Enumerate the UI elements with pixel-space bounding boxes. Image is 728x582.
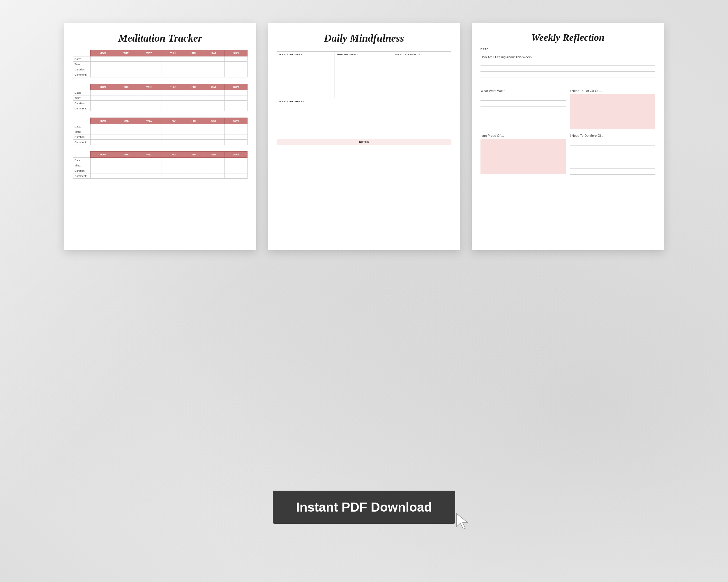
feeling-line-2 <box>480 66 655 72</box>
col-sat-3: SAT <box>203 118 225 124</box>
reflection-grid-top: What Went Well? I Need To Let Go Of ... <box>480 89 655 129</box>
do-more-line-3 <box>570 152 655 157</box>
meditation-title-text: Meditation Tracker <box>118 32 202 44</box>
col-mon-1: MON <box>90 50 115 56</box>
tracker-section-4: MON TUE WED THU FRI SAT SUN Date: Time: … <box>73 151 248 179</box>
col-wed-2: WED <box>137 84 162 90</box>
col-wed-4: WED <box>137 151 162 158</box>
col-fri-1: FRI <box>184 50 203 56</box>
comment-label-2: Comment: <box>73 106 90 111</box>
feeling-line-4 <box>480 78 655 83</box>
feeling-lines <box>480 60 655 83</box>
went-well-line-2 <box>480 101 566 107</box>
reflection-title: Weekly Reflection <box>480 32 655 43</box>
do-more-line-5 <box>570 164 655 169</box>
went-well-line-5 <box>480 119 566 124</box>
meditation-tracker-page: Meditation Tracker MON TUE WED THU FRI S… <box>64 23 256 250</box>
col-wed-1: WED <box>137 50 162 56</box>
time-label-4: Time: <box>73 163 90 168</box>
feel-box: HOW DO I FEEL? <box>335 52 393 98</box>
reflection-grid-bottom: I am Proud Of ... I Need To Do More Of .… <box>480 134 655 175</box>
download-button-label: Instant PDF Download <box>296 500 432 514</box>
col-sun-3: SUN <box>225 118 248 124</box>
time-label-2: Time: <box>73 95 90 101</box>
do-more-label: I Need To Do More Of ... <box>570 134 655 137</box>
comment-label: Comment: <box>73 72 90 77</box>
mindfulness-title-text: Daily Mindfulness <box>324 32 404 44</box>
col-mon-2: MON <box>90 84 115 90</box>
do-more-lines <box>570 139 655 175</box>
download-button[interactable]: Instant PDF Download <box>273 491 456 524</box>
do-more-cell: I Need To Do More Of ... <box>570 134 655 175</box>
duration-label-2: Duration: <box>73 101 90 106</box>
col-thu-2: THU <box>162 84 184 90</box>
hear-label: WHAT CAN I HEAR? <box>279 100 449 103</box>
col-sat-2: SAT <box>203 84 225 90</box>
went-well-line-3 <box>480 107 566 112</box>
cursor-icon <box>455 512 470 530</box>
do-more-line-2 <box>570 146 655 151</box>
notes-header: NOTES <box>277 139 451 145</box>
svg-marker-0 <box>457 514 467 529</box>
col-mon-4: MON <box>90 151 115 158</box>
meditation-title: Meditation Tracker <box>73 32 248 44</box>
smell-label: WHAT DO I SMELL? <box>395 53 449 56</box>
went-well-lines <box>480 94 566 124</box>
date-label-field: DATE <box>480 48 655 51</box>
let-go-cell: I Need To Let Go Of ... <box>570 89 655 129</box>
notes-body <box>277 145 451 183</box>
reflection-title-text: Weekly Reflection <box>531 32 604 43</box>
do-more-line-4 <box>570 158 655 163</box>
col-tue-4: TUE <box>115 151 137 158</box>
mindfulness-top-row: WHAT CAN I SEE? HOW DO I FEEL? WHAT DO I… <box>277 51 451 99</box>
went-well-line-1 <box>480 95 566 101</box>
duration-label-3: Duration: <box>73 134 90 140</box>
col-fri-3: FRI <box>184 118 203 124</box>
went-well-line-4 <box>480 113 566 118</box>
col-thu-4: THU <box>162 151 184 158</box>
tracker-section-3: MON TUE WED THU FRI SAT SUN Date: Time: … <box>73 117 248 145</box>
feeling-question-text: How Am I Feeling About This Week? <box>480 55 655 59</box>
tracker-table-3: MON TUE WED THU FRI SAT SUN Date: Time: … <box>73 117 248 145</box>
tracker-table-1: MON TUE WED THU FRI SAT SUN Date: Time: … <box>73 50 248 77</box>
went-well-label: What Went Well? <box>480 89 566 92</box>
duration-label: Duration: <box>73 67 90 72</box>
date-label-2: Date: <box>73 90 90 95</box>
proud-pink-box <box>480 139 566 174</box>
proud-label: I am Proud Of ... <box>480 134 566 137</box>
feeling-section: How Am I Feeling About This Week? <box>480 55 655 83</box>
see-box: WHAT CAN I SEE? <box>277 52 335 98</box>
comment-label-3: Comment: <box>73 140 90 145</box>
tracker-table-2: MON TUE WED THU FRI SAT SUN Date: Time: … <box>73 84 248 111</box>
col-tue-2: TUE <box>115 84 137 90</box>
smell-box: WHAT DO I SMELL? <box>393 52 451 98</box>
proud-cell: I am Proud Of ... <box>480 134 566 175</box>
col-fri-4: FRI <box>184 151 203 158</box>
time-label-3: Time: <box>73 129 90 134</box>
do-more-line-1 <box>570 140 655 145</box>
weekly-reflection-page: Weekly Reflection DATE How Am I Feeling … <box>472 23 664 250</box>
tracker-table-4: MON TUE WED THU FRI SAT SUN Date: Time: … <box>73 151 248 179</box>
see-label: WHAT CAN I SEE? <box>279 53 332 56</box>
col-mon-3: MON <box>90 118 115 124</box>
col-wed-3: WED <box>137 118 162 124</box>
do-more-line-6 <box>570 169 655 175</box>
col-sun-4: SUN <box>225 151 248 158</box>
date-label: Date: <box>73 56 90 62</box>
comment-label-4: Comment: <box>73 173 90 179</box>
col-fri-2: FRI <box>184 84 203 90</box>
col-thu-3: THU <box>162 118 184 124</box>
mindfulness-title: Daily Mindfulness <box>277 32 451 44</box>
feeling-line-3 <box>480 72 655 77</box>
let-go-label: I Need To Let Go Of ... <box>570 89 655 92</box>
col-sun-1: SUN <box>225 50 248 56</box>
col-sun-2: SUN <box>225 84 248 90</box>
col-thu-1: THU <box>162 50 184 56</box>
date-label-3: Date: <box>73 124 90 129</box>
notes-section: NOTES <box>277 139 451 183</box>
hear-box: WHAT CAN I HEAR? <box>277 99 451 139</box>
time-label: Time: <box>73 62 90 67</box>
cta-container: Instant PDF Download <box>0 491 728 524</box>
date-label-4: Date: <box>73 158 90 163</box>
pages-container: Meditation Tracker MON TUE WED THU FRI S… <box>0 0 728 268</box>
